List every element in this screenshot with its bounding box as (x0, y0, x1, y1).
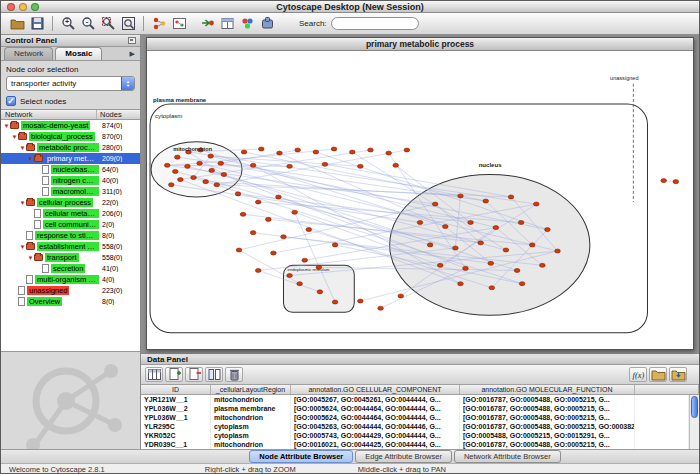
expand-arrow-icon[interactable]: ▼ (27, 156, 34, 162)
table-cell[interactable]: [GO:0016021, GO:0044425, GO:0044444, G..… (291, 440, 460, 449)
network-node[interactable] (313, 150, 319, 154)
network-node[interactable] (540, 263, 546, 267)
network-node[interactable] (236, 248, 242, 252)
network-node[interactable] (463, 266, 469, 270)
tab-edge-attribute-browser[interactable]: Edge Attribute Browser (355, 450, 452, 463)
zoom-window-icon[interactable] (31, 3, 39, 11)
table-cell[interactable]: [GO:0016787, GO:0005488, GO:0005215, G..… (460, 440, 635, 449)
network-node[interactable] (331, 147, 337, 151)
network-node[interactable] (533, 202, 539, 206)
network-node[interactable] (164, 163, 170, 167)
save-attribute-file-icon[interactable] (669, 367, 687, 382)
float-panel-icon[interactable] (128, 37, 136, 44)
table-cell[interactable]: YDR039C__1 (141, 440, 211, 449)
table-cell[interactable]: mitochondrion (211, 413, 291, 422)
tree-item[interactable]: nucleobase, nucleosi...64(0) (1, 164, 140, 175)
network-node[interactable] (317, 290, 323, 294)
trash-icon[interactable] (225, 367, 243, 382)
color-attribute-dropdown[interactable]: transporter activity ▲▼ (6, 76, 135, 91)
network-node[interactable] (276, 195, 282, 199)
table-cell[interactable]: [GO:0016787, GO:0005488, GO:0005215, G..… (460, 404, 635, 413)
network-node[interactable] (297, 282, 303, 286)
tree-item[interactable]: ▼metabolic process280(0) (1, 142, 140, 153)
network-view-window[interactable]: primary metabolic process plasma membran… (146, 37, 694, 350)
network-node[interactable] (302, 258, 308, 262)
table-cell[interactable]: plasma membrane (211, 404, 291, 413)
search-input[interactable] (331, 17, 419, 30)
table-cell[interactable]: [GO:0005624, GO:0044464, GO:0044444, G..… (291, 413, 460, 422)
expand-arrow-icon[interactable]: ▼ (19, 200, 26, 206)
network-node[interactable] (518, 220, 524, 224)
tree-column-nodes[interactable]: Nodes (97, 110, 140, 119)
delete-attribute-icon[interactable] (185, 367, 203, 382)
network-node[interactable] (332, 243, 338, 247)
column-header[interactable]: annotation.GO CELLULAR_COMPONENT (291, 385, 460, 394)
create-attribute-icon[interactable] (165, 367, 183, 382)
table-cell[interactable]: YPL036W__2 (141, 404, 211, 413)
table-cell[interactable]: YKR052C (141, 431, 211, 440)
select-attributes-icon[interactable] (145, 367, 163, 382)
attribute-table-header[interactable]: ID_cellularLayoutRegionannotation.GO CEL… (141, 385, 699, 395)
tree-item[interactable]: ▼transport558(0) (1, 252, 140, 263)
tree-item[interactable]: Overview8(0) (1, 296, 140, 307)
network-node[interactable] (295, 148, 301, 152)
vizmapper-icon[interactable] (237, 15, 257, 33)
network-node[interactable] (458, 194, 464, 198)
network-node[interactable] (191, 176, 197, 180)
network-node[interactable] (168, 183, 174, 187)
formula-builder-icon[interactable]: f(x) (629, 367, 647, 382)
network-node[interactable] (489, 286, 495, 290)
network-node[interactable] (258, 147, 264, 151)
table-row[interactable]: YPL036W__2plasma membrane[GO:0005624, GO… (141, 404, 689, 413)
network-node[interactable] (661, 179, 667, 183)
network-node[interactable] (514, 268, 520, 272)
network-node[interactable] (221, 172, 227, 176)
import-network-icon[interactable] (197, 15, 217, 33)
network-node[interactable] (208, 154, 214, 158)
table-cell[interactable]: [GO:0016787, GO:0005488, GO:0005215, G..… (460, 395, 635, 404)
import-attributes-icon[interactable] (217, 15, 237, 33)
network-node[interactable] (442, 224, 448, 228)
network-node[interactable] (483, 199, 489, 203)
tree-item[interactable]: cell communication...2(0) (1, 219, 140, 230)
network-node[interactable] (287, 164, 293, 168)
table-row[interactable]: YLR295Ccytoplasm[GO:0045263, GO:0044444,… (141, 422, 689, 431)
network-node[interactable] (404, 148, 410, 152)
table-scrollbar-thumb[interactable] (691, 396, 698, 418)
network-node[interactable] (432, 202, 438, 206)
tree-item[interactable]: secretion41(0) (1, 263, 140, 274)
network-node[interactable] (453, 246, 459, 250)
table-cell[interactable]: [GO:0005488, GO:0005215, GO:0015291, G..… (460, 431, 635, 440)
network-node[interactable] (519, 282, 525, 286)
table-cell[interactable]: [GO:0045267, GO:0045261, GO:0044444, G..… (291, 395, 460, 404)
network-canvas-svg[interactable]: plasma membranecytoplasmmitochondrionnuc… (147, 51, 693, 349)
network-node[interactable] (178, 178, 184, 182)
plugin-manager-icon[interactable] (257, 15, 277, 33)
network-node[interactable] (218, 161, 224, 165)
network-node[interactable] (214, 183, 220, 187)
network-node[interactable] (358, 299, 364, 303)
network-node[interactable] (175, 155, 181, 159)
network-canvas[interactable]: plasma membranecytoplasmmitochondrionnuc… (147, 51, 693, 349)
network-node[interactable] (427, 243, 433, 247)
network-node[interactable] (172, 169, 178, 173)
table-cell[interactable]: mitochondrion (211, 395, 291, 404)
table-cell[interactable]: [GO:0016787, GO:0005488, GO:0005215, G..… (460, 413, 635, 422)
network-node[interactable] (417, 220, 423, 224)
network-node[interactable] (255, 200, 261, 204)
network-node[interactable] (332, 300, 338, 304)
table-cell[interactable]: [GO:0016787, GO:0005488, GO:0005215, GO:… (460, 422, 635, 431)
network-node[interactable] (277, 151, 283, 155)
network-node[interactable] (493, 226, 499, 230)
tab-scroll-right-icon[interactable]: ▶ (128, 50, 137, 60)
table-cell[interactable]: [GO:0005624, GO:0044464, GO:0044444, G..… (291, 404, 460, 413)
network-node[interactable] (368, 148, 374, 152)
table-cell[interactable]: cytoplasm (211, 422, 291, 431)
tree-item[interactable]: macromolecule meta...311(0) (1, 186, 140, 197)
network-node[interactable] (478, 241, 484, 245)
tree-item[interactable]: ▼establishment of loc...558(0) (1, 241, 140, 252)
column-header[interactable]: annotation.GO MOLECULAR_FUNCTION (460, 385, 635, 394)
tree-item[interactable]: multi-organism proc...4(0) (1, 274, 140, 285)
network-node[interactable] (529, 243, 535, 247)
select-nodes-checkbox[interactable]: ✓ (6, 96, 16, 106)
